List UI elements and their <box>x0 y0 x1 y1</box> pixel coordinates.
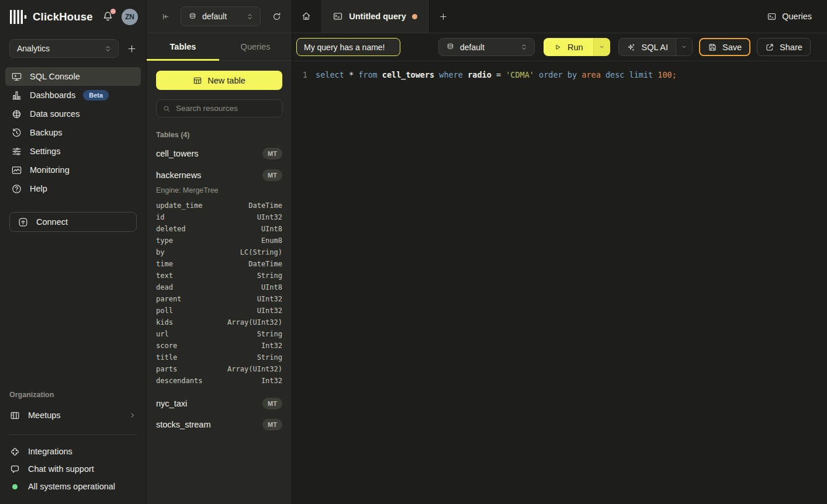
save-button[interactable]: Save <box>699 38 750 56</box>
query-tab-bar: Untitled query Queries <box>292 0 827 33</box>
table-name: stocks_stream <box>156 420 210 429</box>
status-label: All systems operational <box>28 482 115 491</box>
sidebar-item-label: SQL Console <box>30 72 80 81</box>
sidebar-item-chat-support[interactable]: Chat with support <box>9 460 137 478</box>
beta-badge: Beta <box>83 90 109 100</box>
tab-tables[interactable]: Tables <box>147 33 219 60</box>
sidebar-item-help[interactable]: Help <box>5 179 141 198</box>
code-token: 'CDMA' <box>506 69 539 81</box>
code-line[interactable]: 1select * from cell_towers where radio =… <box>292 69 827 81</box>
sidebar-item-backups[interactable]: Backups <box>5 123 141 142</box>
table-name: cell_towers <box>156 149 199 158</box>
sidebar-item-label: Backups <box>30 128 63 137</box>
column-row: update_timeDateTime <box>156 200 282 211</box>
code-token: area <box>582 69 605 81</box>
explorer-tabs: Tables Queries <box>147 33 292 61</box>
clickhouse-logo-icon[interactable] <box>9 9 27 25</box>
engine-badge: MT <box>262 148 282 159</box>
code-token: * <box>349 69 358 81</box>
column-row: scoreInt32 <box>156 340 282 352</box>
share-button[interactable]: Share <box>757 38 811 56</box>
terminal-icon <box>333 11 343 22</box>
column-row: idUInt32 <box>156 211 282 223</box>
sidebar-item-dashboards[interactable]: Dashboards Beta <box>5 86 141 105</box>
home-tab[interactable] <box>292 0 320 33</box>
brand-name: ClickHouse <box>33 11 93 23</box>
bar-chart-icon <box>11 90 22 101</box>
table-row-nyc-taxi[interactable]: nyc_taxi MT <box>156 397 282 411</box>
table-row-cell-towers[interactable]: cell_towers MT <box>156 147 282 161</box>
sidebar-nav: SQL Console Dashboards Beta Data sources… <box>0 61 146 198</box>
tab-queries[interactable]: Queries <box>219 33 292 60</box>
sql-ai-options-button[interactable] <box>676 39 692 55</box>
connect-label: Connect <box>36 217 68 227</box>
table-row-stocks-stream[interactable]: stocks_stream MT <box>156 418 282 432</box>
sidebar-item-settings[interactable]: Settings <box>5 142 141 161</box>
run-label: Run <box>568 43 583 52</box>
console-icon <box>11 71 22 82</box>
database-select-value: default <box>202 12 245 21</box>
column-row: descendantsInt32 <box>156 375 282 387</box>
chevron-updown-icon <box>103 44 112 53</box>
sidebar-item-monitoring[interactable]: Monitoring <box>5 161 141 179</box>
main-area: Untitled query Queries default Run <box>292 0 827 504</box>
table-row-hackernews[interactable]: hackernews MT <box>156 168 282 182</box>
sidebar-item-label: Help <box>30 184 47 193</box>
avatar[interactable]: ZN <box>122 9 138 25</box>
sidebar-item-data-sources[interactable]: Data sources <box>5 105 141 123</box>
code-token: where <box>439 69 468 81</box>
tables-section-label: Tables (4) <box>156 131 282 139</box>
system-status[interactable]: All systems operational <box>9 478 137 495</box>
new-tab-button[interactable] <box>430 0 457 33</box>
save-label: Save <box>722 43 742 52</box>
toolbar-database-select[interactable]: default <box>438 38 535 56</box>
app-root: ClickHouse ZN Analytics SQL Console Dash <box>0 0 827 504</box>
chevron-down-icon <box>680 43 688 51</box>
sidebar-item-integrations[interactable]: Integrations <box>9 443 137 460</box>
workspace-select[interactable]: Analytics <box>9 39 119 58</box>
share-icon <box>765 43 774 52</box>
search-input[interactable] <box>176 104 276 113</box>
explorer-body: New table Tables (4) cell_towers MT hack… <box>147 61 292 504</box>
run-button[interactable]: Run <box>544 38 593 56</box>
column-row: partsArray(UInt32) <box>156 363 282 375</box>
query-name-input[interactable] <box>296 38 400 56</box>
code-token: = <box>496 69 506 81</box>
add-workspace-button[interactable] <box>127 44 137 54</box>
column-row: urlString <box>156 328 282 340</box>
collapse-panel-icon[interactable] <box>161 12 171 22</box>
table-name: hackernews <box>156 171 201 180</box>
sliders-icon <box>11 146 22 157</box>
sql-ai-button[interactable]: SQL AI <box>619 39 676 55</box>
queries-label: Queries <box>782 12 812 21</box>
connect-button[interactable]: Connect <box>9 212 137 232</box>
history-icon <box>11 127 22 138</box>
database-select[interactable]: default <box>181 6 261 26</box>
column-row: titleString <box>156 352 282 363</box>
column-row: deletedUInt8 <box>156 223 282 235</box>
sidebar-item-sql-console[interactable]: SQL Console <box>5 67 141 86</box>
chevron-updown-icon <box>245 12 254 21</box>
queries-button[interactable]: Queries <box>767 0 812 33</box>
column-row: deadUInt8 <box>156 281 282 293</box>
sidebar-item-label: Monitoring <box>30 165 70 175</box>
sql-editor[interactable]: 1select * from cell_towers where radio =… <box>292 61 827 504</box>
unsaved-dot <box>412 14 417 19</box>
organization-label: Organization <box>9 391 137 399</box>
query-toolbar: default Run SQL AI <box>292 33 827 61</box>
search-icon <box>162 105 171 113</box>
new-table-button[interactable]: New table <box>156 71 282 90</box>
column-row: pollUInt32 <box>156 305 282 317</box>
tab-untitled-query[interactable]: Untitled query <box>320 0 430 33</box>
building-icon <box>9 410 20 421</box>
sidebar-header: ClickHouse ZN <box>0 0 146 33</box>
code-token: order by <box>539 69 582 81</box>
sidebar-item-label: Dashboards <box>30 91 75 100</box>
notifications-bell-icon[interactable] <box>102 11 114 23</box>
refresh-icon[interactable] <box>272 12 282 22</box>
play-icon <box>553 43 562 51</box>
sidebar-item-meetups[interactable]: Meetups <box>9 406 137 424</box>
plus-icon <box>439 12 448 21</box>
run-options-button[interactable] <box>593 38 610 56</box>
engine-badge: MT <box>262 419 282 430</box>
